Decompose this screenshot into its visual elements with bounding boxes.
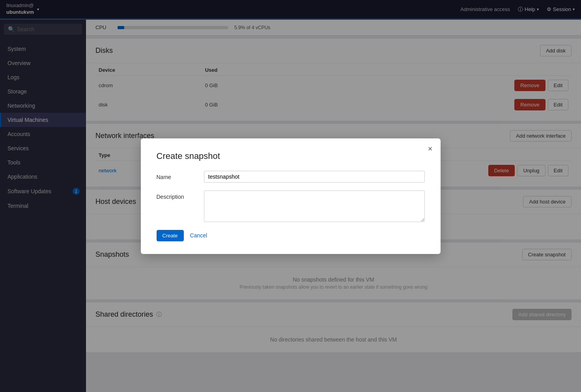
modal-create-button[interactable]: Create bbox=[157, 230, 184, 241]
modal-title: Create snapshot bbox=[157, 151, 425, 161]
modal-name-row: Name bbox=[157, 171, 425, 183]
modal-description-input[interactable] bbox=[204, 190, 425, 222]
modal-close-button[interactable]: × bbox=[428, 145, 433, 153]
modal-name-label: Name bbox=[157, 171, 196, 180]
modal-description-label: Description bbox=[157, 190, 196, 200]
modal-name-input[interactable] bbox=[204, 171, 425, 183]
modal-cancel-button[interactable]: Cancel bbox=[190, 232, 207, 239]
create-snapshot-modal: Create snapshot × Name Description Creat… bbox=[141, 138, 441, 254]
modal-actions: Create Cancel bbox=[157, 230, 425, 241]
modal-description-row: Description bbox=[157, 190, 425, 222]
modal-overlay[interactable]: Create snapshot × Name Description Creat… bbox=[0, 0, 581, 392]
